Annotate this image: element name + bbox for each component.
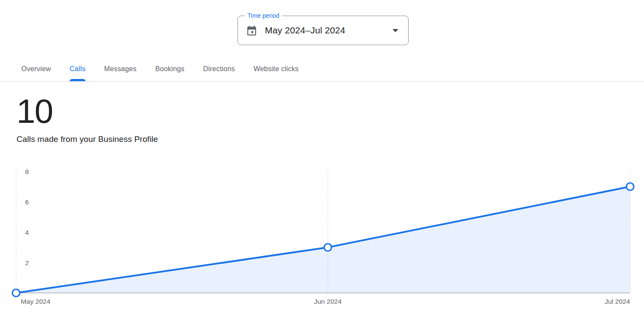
calendar-icon <box>246 25 258 36</box>
data-point-marker[interactable] <box>324 244 331 251</box>
tab-label: Messages <box>104 65 137 73</box>
time-period-label: Time period <box>245 12 282 20</box>
time-period-selector[interactable]: Time period May 2024–Jul 2024 <box>238 16 409 45</box>
calls-area-chart: 2468May 2024Jun 2024Jul 2024 <box>0 163 644 310</box>
tab-bookings[interactable]: Bookings <box>155 56 184 82</box>
dropdown-arrow-icon <box>392 29 399 33</box>
time-period-value: May 2024–Jul 2024 <box>265 25 392 36</box>
x-axis-label: Jul 2024 <box>604 298 630 305</box>
area-fill <box>16 187 630 293</box>
x-axis-label: May 2024 <box>21 298 50 305</box>
x-axis-label: Jun 2024 <box>314 298 342 305</box>
business-profile-performance-page: Time period May 2024–Jul 2024 OverviewCa… <box>0 0 644 322</box>
y-axis-tick-label: 4 <box>25 229 29 236</box>
tab-calls[interactable]: Calls <box>69 56 86 82</box>
y-axis-tick-label: 2 <box>25 259 29 266</box>
data-point-marker[interactable] <box>627 183 634 191</box>
tab-label: Calls <box>69 65 86 73</box>
data-point-marker[interactable] <box>13 289 20 297</box>
metric-total-value: 10 <box>17 94 53 128</box>
metric-tabs: OverviewCallsMessagesBookingsDirectionsW… <box>21 56 299 82</box>
tab-website-clicks[interactable]: Website clicks <box>254 56 299 82</box>
metric-caption: Calls made from your Business Profile <box>17 135 158 144</box>
tab-label: Bookings <box>155 65 184 73</box>
y-axis-tick-label: 8 <box>25 168 29 175</box>
tab-label: Overview <box>21 65 51 73</box>
tabs-divider <box>0 81 644 82</box>
tab-label: Website clicks <box>254 65 299 73</box>
tab-directions[interactable]: Directions <box>203 56 235 82</box>
tab-overview[interactable]: Overview <box>21 56 51 82</box>
y-axis-tick-label: 6 <box>25 198 29 206</box>
tab-messages[interactable]: Messages <box>104 56 137 82</box>
tab-label: Directions <box>203 65 235 73</box>
